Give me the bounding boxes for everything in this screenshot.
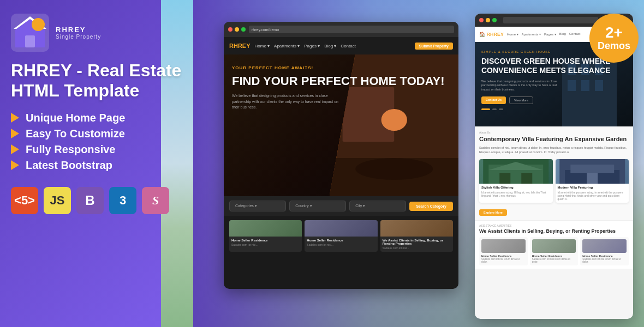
svg-rect-28 [587,173,598,184]
property-card-villa-1: Stylish Villa Offering Id amet elit posu… [479,159,553,203]
card-title-3: We Assist Clients in Selling, Buying, or… [383,239,451,245]
villa-2-image [556,159,629,184]
nav-link-home: Home ▾ [255,44,270,49]
about-description: Sadales com lot of nisl, lorum dirras ut… [479,146,629,155]
feature-label-2: Easy To Customize [26,128,125,140]
arrow-icon-3 [11,144,19,154]
assist-card-img-1 [481,239,526,253]
hero-indicators [481,108,627,110]
svg-rect-5 [25,35,35,47]
screenshots-wrapper: rhrey.com/demo RHREY Home ▾ Apartments ▾… [224,11,633,316]
assist-card-img-3 [582,239,627,253]
tech-icons-row: <5> JS B 3 S [11,187,213,214]
logo-text-area: RHREY Single Property [56,26,101,40]
svg-point-4 [34,20,43,29]
search-bar: Categories ▾ Country ▾ City ▾ Search Cat… [224,196,458,216]
screenshot2-url-bar [503,17,598,23]
nav-link-blog: Blog ▾ [324,44,336,49]
svg-rect-17 [568,80,576,91]
card-desc-3: Sadales com lot nisl... [383,246,451,250]
javascript-icon: JS [44,187,71,214]
screenshot2-assist-section: ASSISTANCE AMENITIES We Assist Clients i… [475,220,633,269]
about-tag: About Us [479,131,629,134]
svg-rect-23 [499,173,510,184]
assist-card-1: Home Seller Residence Sadales com lot ni… [479,237,528,265]
max-dot-2 [492,18,497,22]
hero-title: FIND YOUR PERFECT HOME TODAY! [232,75,450,88]
svg-rect-27 [570,165,614,173]
svg-rect-18 [581,80,589,91]
s2-hero-desc: We believe that designing products and s… [481,80,563,92]
demo-badge: 2+ Demos [589,14,639,63]
country-select[interactable]: Country ▾ [289,201,346,211]
contact-us-btn[interactable]: Contact Us [481,96,506,104]
url-text: rhrey.com/demo [252,28,279,32]
feature-item-2: Easy To Customize [11,128,213,140]
assist-card-desc-3: Sadales com lot nisl lorum dirras ut dol… [582,258,627,263]
assist-card-desc-2: Sadales com lot nisl lorum dirras ut dol… [532,258,576,263]
html5-icon: <5> [11,187,38,214]
assist-card-img-2 [532,239,576,253]
villa-2-desc: Id amet elit the posuere scing. in amet … [558,191,627,201]
title-block: RHREY - Real Estate HTML Template [11,60,213,101]
logo-icon [11,14,49,52]
feature-item-1: Unique Home Page [11,112,213,124]
feature-label-3: Fully Responsive [26,143,116,156]
categories-select[interactable]: Categories ▾ [229,201,286,211]
arrow-icon-2 [11,129,19,138]
nav-link-contact: Contact [341,44,356,49]
screenshot-topbar: rhrey.com/demo [224,22,458,37]
logo-subtitle: Single Property [56,34,101,40]
svg-point-8 [381,109,407,131]
nav2-logo: 🏠 RHREY [479,32,504,37]
s2-hero-buttons: Contact Us View More [481,96,627,104]
demo-badge-number: 2+ [605,25,623,40]
screenshot2-window-controls [479,18,497,22]
hero-content: YOUR PERFECT HOME AWAITS! FIND YOUR PERF… [232,65,450,111]
screenshot-nav: RHREY Home ▾ Apartments ▾ Pages ▾ Blog ▾… [224,37,458,55]
properties-grid: Stylish Villa Offering Id amet elit posu… [479,159,629,203]
min-dot-2 [486,18,490,22]
nav-logo: RHREY [229,43,251,49]
property-card-villa-2: Modern Villa Featuring Id amet elit the … [556,159,629,203]
property-card-3: We Assist Clients in Selling, Buying, or… [380,220,453,252]
explore-more-btn[interactable]: Explore More [479,209,507,216]
svg-rect-24 [521,173,532,184]
logo-area: RHREY Single Property [11,14,213,52]
property-cards: Home Seller Residence Sadales com lot ni… [224,216,458,256]
property-card-2: Home Seller Residence Sadales com lot ni… [305,220,377,252]
villa-1-image [479,159,553,184]
feature-item-3: Fully Responsive [11,143,213,156]
city-select[interactable]: City ▾ [349,201,406,211]
card-image-3 [380,220,453,237]
assist-cards-grid: Home Seller Residence Sadales com lot ni… [479,237,629,265]
villa-1-desc: Id amet elit posuere scing. Ulllng sit, … [481,191,551,197]
assist-title: We Assist Clients in Selling, Buying, or… [479,228,629,234]
hero-description: We believe that designing products and s… [232,93,341,111]
feature-label-1: Unique Home Page [26,112,125,124]
submit-property-btn[interactable]: Submit Property [415,43,453,50]
maximize-dot [241,27,246,32]
search-button[interactable]: Search Category [409,202,453,211]
minimize-dot [235,27,239,32]
card-image-2 [305,220,377,237]
assist-card-desc-1: Sadales com lot nisl lorum dirras ut dol… [481,258,526,263]
svg-point-10 [355,158,433,180]
card-desc-1: Sadales com lot nisl... [231,243,300,246]
main-container: RHREY Single Property RHREY - Real Estat… [0,0,644,327]
svg-rect-19 [595,80,603,91]
close-dot-2 [479,18,484,22]
demo-badge-label: Demos [598,40,630,52]
property-card-1: Home Seller Residence Sadales com lot ni… [229,220,302,252]
feature-list: Unique Home Page Easy To Customize Fully… [11,112,213,172]
right-panel: 2+ Demos rhrey.com/demo [224,11,633,316]
card-title-2: Home Seller Residence [307,239,375,242]
topbar-window-controls [228,27,246,32]
feature-label-4: Latest Bootstrap [26,159,112,172]
card-image-1 [229,220,302,237]
screenshot-main: rhrey.com/demo RHREY Home ▾ Apartments ▾… [224,22,458,289]
main-title: RHREY - Real Estate HTML Template [11,60,213,101]
assist-card-3: Home Seller Residence Sadales com lot ni… [580,237,629,265]
view-more-btn[interactable]: View More [509,96,533,104]
sass-icon: S [142,187,169,214]
